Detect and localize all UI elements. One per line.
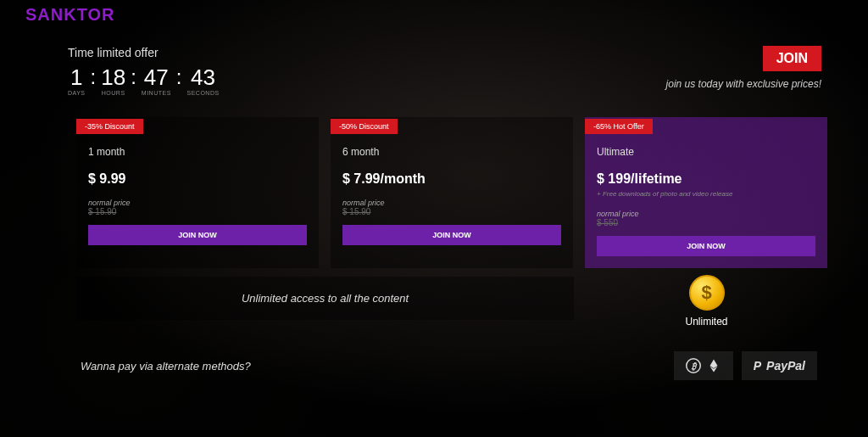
site-logo[interactable]: SANKTOR xyxy=(0,0,868,25)
ethereum-icon xyxy=(706,358,721,373)
plan-price: $ 7.99/month xyxy=(342,171,561,187)
plan-6month: -50% Discount 6 month $ 7.99/month norma… xyxy=(331,117,573,268)
footer: Wanna pay via alternate methods? ₿ P Pay… xyxy=(0,328,868,380)
crypto-payment-option[interactable]: ₿ xyxy=(674,351,733,380)
unlimited-label: Unlimited xyxy=(586,316,827,328)
offer-title: Time limited offer xyxy=(68,46,666,59)
countdown-separator: : xyxy=(176,66,182,87)
plan-price: $ 9.99 xyxy=(88,171,307,187)
normal-price-value: $ 15.90 xyxy=(88,207,307,216)
plan-ultimate: -65% Hot Offer Ultimate $ 199/lifetime +… xyxy=(585,117,827,268)
paypal-icon: P xyxy=(754,359,761,373)
countdown-hours-label: HOURS xyxy=(101,90,125,96)
plan-1month: -35% Discount 1 month $ 9.99 normal pric… xyxy=(76,117,319,268)
countdown-days-label: DAYS xyxy=(68,90,86,96)
countdown-minutes: 47 xyxy=(142,66,171,88)
plan-price: $ 199/lifetime xyxy=(597,171,815,187)
plan-name: 1 month xyxy=(88,146,307,158)
countdown-seconds: 43 xyxy=(186,66,219,88)
coin-icon: $ xyxy=(689,275,725,311)
discount-badge: -65% Hot Offer xyxy=(585,119,653,134)
pricing-plans: -35% Discount 1 month $ 9.99 normal pric… xyxy=(0,96,868,268)
offer-header: Time limited offer 1 DAYS : 18 HOURS : 4… xyxy=(0,25,868,96)
plan-name: 6 month xyxy=(342,146,561,158)
bitcoin-icon: ₿ xyxy=(686,358,701,373)
join-now-button[interactable]: JOIN NOW xyxy=(597,236,815,256)
countdown-hours: 18 xyxy=(101,66,125,88)
countdown-timer: 1 DAYS : 18 HOURS : 47 MINUTES : 43 SECO… xyxy=(68,66,666,96)
normal-price-label: normal price xyxy=(597,210,815,218)
paypal-payment-option[interactable]: P PayPal xyxy=(742,351,817,380)
alternate-payment-text: Wanna pay via alternate methods? xyxy=(81,360,251,373)
normal-price-label: normal price xyxy=(88,199,307,207)
unlimited-access-text: Unlimited access to all the content xyxy=(76,277,574,320)
join-subtitle: join us today with exclusive prices! xyxy=(666,78,821,90)
join-now-button[interactable]: JOIN NOW xyxy=(88,225,307,245)
countdown-seconds-label: SECONDS xyxy=(186,90,219,96)
discount-badge: -35% Discount xyxy=(76,119,143,134)
normal-price-value: $ 15.90 xyxy=(342,207,561,216)
normal-price-value: $ 550 xyxy=(597,218,815,227)
countdown-separator: : xyxy=(91,66,97,87)
join-now-button[interactable]: JOIN NOW xyxy=(342,225,561,245)
unlimited-badge: $ Unlimited xyxy=(586,268,827,328)
plan-name: Ultimate xyxy=(597,146,815,158)
paypal-label: PayPal xyxy=(766,359,805,373)
countdown-separator: : xyxy=(131,66,136,87)
countdown-days: 1 xyxy=(68,66,86,88)
join-button[interactable]: JOIN xyxy=(763,46,821,71)
plan-subtitle: + Free downloads of photo and video rele… xyxy=(597,190,815,198)
normal-price-label: normal price xyxy=(342,199,561,207)
discount-badge: -50% Discount xyxy=(331,119,398,134)
svg-text:₿: ₿ xyxy=(690,361,697,371)
countdown-minutes-label: MINUTES xyxy=(142,90,171,96)
